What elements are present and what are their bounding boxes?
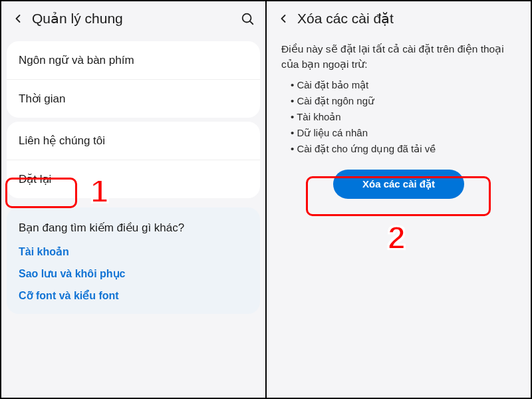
annotation-step-2: 2	[388, 222, 406, 254]
bullet-item: Cài đặt bảo mật	[291, 79, 516, 91]
back-icon[interactable]	[11, 11, 25, 26]
back-icon[interactable]	[276, 11, 291, 26]
left-panel: Quản lý chung Ngôn ngữ và bàn phím Thời …	[1, 1, 267, 398]
search-more-heading: Bạn đang tìm kiếm điều gì khác?	[19, 221, 248, 235]
settings-group-2: Liên hệ chúng tôi Đặt lại	[7, 122, 260, 198]
right-panel: Xóa các cài đặt Điều này sẽ đặt lại tất …	[267, 1, 531, 398]
left-header: Quản lý chung	[1, 1, 265, 37]
page-title: Xóa các cài đặt	[297, 11, 520, 27]
svg-line-1	[250, 21, 253, 24]
exception-list: Cài đặt bảo mật Cài đặt ngôn ngữ Tài kho…	[281, 79, 516, 155]
page-title: Quản lý chung	[32, 11, 240, 27]
reset-settings-button[interactable]: Xóa các cài đặt	[333, 170, 464, 199]
search-icon[interactable]	[240, 11, 255, 26]
row-language-keyboard[interactable]: Ngôn ngữ và bàn phím	[7, 41, 260, 79]
bullet-item: Dữ liệu cá nhân	[291, 127, 516, 139]
action-wrap: Xóa các cài đặt	[281, 170, 516, 199]
right-body: Điều này sẽ đặt lại tất cả cài đặt trên …	[267, 37, 531, 199]
row-time[interactable]: Thời gian	[7, 79, 260, 118]
row-reset[interactable]: Đặt lại	[7, 160, 260, 198]
bullet-item: Cài đặt ngôn ngữ	[291, 95, 516, 107]
reset-description: Điều này sẽ đặt lại tất cả cài đặt trên …	[281, 41, 516, 72]
right-header: Xóa các cài đặt	[267, 1, 531, 37]
row-contact-us[interactable]: Liên hệ chúng tôi	[7, 122, 260, 160]
link-backup-restore[interactable]: Sao lưu và khôi phục	[19, 267, 248, 280]
bullet-item: Tài khoản	[291, 111, 516, 123]
settings-group-1: Ngôn ngữ và bàn phím Thời gian	[7, 41, 260, 118]
search-more-section: Bạn đang tìm kiếm điều gì khác? Tài khoả…	[7, 207, 260, 314]
link-account[interactable]: Tài khoản	[19, 245, 248, 258]
bullet-item: Cài đặt cho ứng dụng đã tải về	[291, 143, 516, 155]
link-font-size-style[interactable]: Cỡ font và kiểu font	[19, 289, 248, 302]
